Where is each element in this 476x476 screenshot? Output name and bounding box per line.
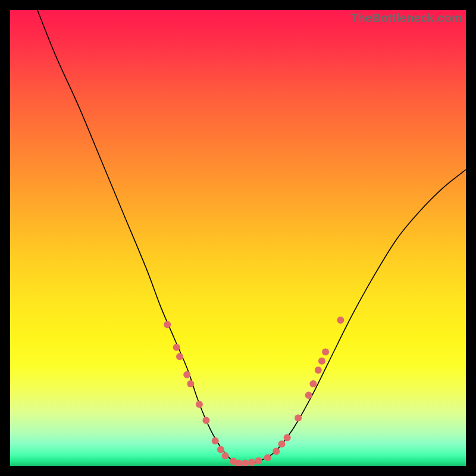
bead-point bbox=[273, 448, 280, 455]
bead-point bbox=[202, 416, 209, 424]
bottleneck-curve bbox=[37, 10, 466, 464]
bead-point bbox=[187, 380, 194, 387]
bead-point bbox=[222, 452, 229, 459]
bead-point bbox=[309, 380, 317, 387]
bead-point bbox=[176, 353, 183, 360]
bead-point bbox=[248, 459, 255, 466]
bead-point bbox=[255, 458, 262, 465]
bead-point bbox=[284, 434, 291, 441]
bead-point bbox=[264, 454, 271, 461]
bead-point bbox=[318, 358, 325, 365]
bead-point bbox=[173, 344, 180, 351]
bead-point bbox=[164, 321, 171, 328]
bead-point bbox=[337, 317, 344, 324]
bead-point bbox=[183, 371, 190, 378]
curve-svg bbox=[10, 10, 466, 466]
bead-group bbox=[164, 317, 344, 466]
bead-point bbox=[196, 401, 203, 408]
bead-point bbox=[305, 392, 312, 399]
bead-point bbox=[315, 367, 322, 374]
bead-point bbox=[295, 415, 302, 422]
bead-point bbox=[322, 349, 329, 356]
bead-point bbox=[278, 440, 286, 447]
bead-point bbox=[212, 437, 219, 444]
bead-point bbox=[217, 446, 224, 453]
bead-point bbox=[242, 459, 249, 466]
plot-area: TheBottleneck.com bbox=[10, 10, 466, 466]
chart-frame: TheBottleneck.com bbox=[0, 0, 476, 476]
